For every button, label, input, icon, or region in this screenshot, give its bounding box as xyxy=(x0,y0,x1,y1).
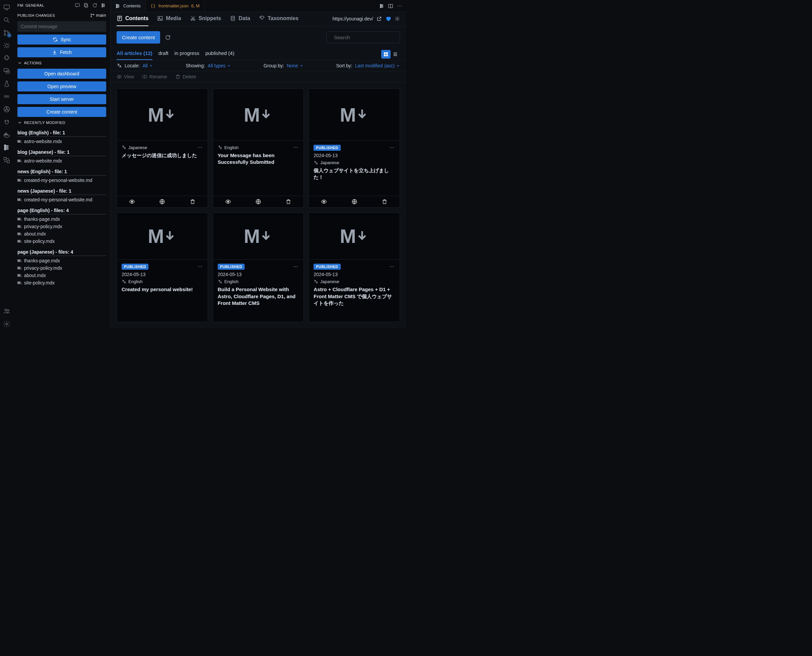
svg-rect-31 xyxy=(118,16,122,21)
fm-tab-icon[interactable] xyxy=(379,3,385,9)
action-delete[interactable]: Delete xyxy=(175,74,196,79)
nav-contents[interactable]: Contents xyxy=(117,15,148,26)
recent-file-item[interactable]: M↓created-my-personal-website.md xyxy=(17,176,106,184)
card-menu-icon[interactable]: ⋯ xyxy=(389,264,395,269)
content-card[interactable]: MPUBLISHED⋯2024-05-13Japanese個人ウェブサイトを立ち… xyxy=(309,88,400,208)
card-menu-icon[interactable]: ⋯ xyxy=(293,145,299,150)
refresh-icon[interactable] xyxy=(165,34,171,40)
nav-taxonomies[interactable]: Taxonomies xyxy=(259,15,299,26)
start-server-button[interactable]: Start server xyxy=(17,94,106,104)
recent-file-item[interactable]: M↓astro-website.mdx xyxy=(17,157,106,164)
site-url[interactable]: https://younagi.dev/ xyxy=(333,16,373,22)
tab-overflow-icon[interactable]: ⋯ xyxy=(397,3,403,9)
published-badge: PUBLISHED xyxy=(314,264,340,270)
live-icon[interactable] xyxy=(3,93,11,101)
sync-button[interactable]: Sync xyxy=(17,34,106,45)
commit-message-input[interactable] xyxy=(17,21,106,32)
nav-data[interactable]: Data xyxy=(230,15,250,26)
copy-icon[interactable] xyxy=(84,3,89,8)
card-globe-icon[interactable] xyxy=(255,199,261,205)
card-view-icon[interactable] xyxy=(225,199,231,205)
content-card[interactable]: MPUBLISHED⋯2024-05-13JapaneseAstro + Clo… xyxy=(309,212,400,322)
card-view-icon[interactable] xyxy=(321,199,327,205)
create-content-button[interactable]: Create content xyxy=(117,31,160,43)
showing-filter[interactable]: Showing: All types xyxy=(186,63,231,68)
card-delete-icon[interactable] xyxy=(382,199,388,205)
markdown-file-icon: M↓ xyxy=(17,178,22,182)
action-view[interactable]: View xyxy=(117,74,134,79)
source-control-icon[interactable]: 7 xyxy=(3,29,11,37)
accounts-icon[interactable] xyxy=(3,307,11,315)
search-input[interactable] xyxy=(334,34,397,40)
published-badge: PUBLISHED xyxy=(218,264,244,270)
extensions-icon[interactable] xyxy=(3,54,11,62)
recent-file-item[interactable]: M↓about.mdx xyxy=(17,272,106,279)
svg-rect-26 xyxy=(84,3,87,6)
debug-icon[interactable] xyxy=(3,42,11,50)
tab-frontmatter-json[interactable]: frontmatter.json 6, M xyxy=(146,0,205,12)
comment-icon[interactable] xyxy=(75,3,80,8)
card-view-icon[interactable] xyxy=(129,199,135,205)
recent-file-item[interactable]: M↓astro-website.mdx xyxy=(17,138,106,145)
remote-icon[interactable] xyxy=(3,67,11,75)
recent-file-item[interactable]: M↓thanks-page.mdx xyxy=(17,257,106,265)
list-view-toggle[interactable] xyxy=(391,50,400,59)
fetch-button[interactable]: Fetch xyxy=(17,47,106,57)
tab-contents[interactable]: Contents xyxy=(111,0,146,12)
filter-published[interactable]: published (4) xyxy=(205,48,235,60)
recent-file-item[interactable]: M↓site-policy.mdx xyxy=(17,238,106,245)
content-card[interactable]: MPUBLISHED⋯2024-05-13EnglishBuild a Pers… xyxy=(213,212,304,322)
search-box[interactable] xyxy=(326,31,400,43)
refresh-small-icon[interactable] xyxy=(92,3,97,8)
sort-filter[interactable]: Sort by: Last modified (asc) xyxy=(336,63,400,68)
heart-icon[interactable] xyxy=(385,16,391,22)
container-icon[interactable] xyxy=(3,156,11,164)
recent-file-item[interactable]: M↓privacy-policy.mdx xyxy=(17,223,106,230)
locale-filter[interactable]: Locale: All xyxy=(117,63,153,68)
card-delete-icon[interactable] xyxy=(285,199,291,205)
group-filter[interactable]: Group by: None xyxy=(264,63,303,68)
nav-snippets[interactable]: Snippets xyxy=(190,15,221,26)
filter-all-articles[interactable]: All articles (12) xyxy=(117,48,152,60)
grid-view-toggle[interactable] xyxy=(381,50,391,59)
recent-file-item[interactable]: M↓site-policy.mdx xyxy=(17,279,106,286)
card-date: 2024-05-13 xyxy=(122,272,203,277)
fm-small-icon[interactable] xyxy=(101,3,106,8)
card-globe-icon[interactable] xyxy=(351,199,357,205)
create-content-button-sidebar[interactable]: Create content xyxy=(17,107,106,117)
recent-file-item[interactable]: M↓about.mdx xyxy=(17,230,106,238)
actions-section[interactable]: ACTIONS xyxy=(13,59,110,67)
content-card[interactable]: MJapanese⋯メッセージの送信に成功しました xyxy=(117,88,208,208)
frontmatter-icon[interactable] xyxy=(3,143,11,152)
open-external-icon[interactable] xyxy=(376,16,382,22)
recent-file-item[interactable]: M↓thanks-page.mdx xyxy=(17,215,106,223)
open-preview-button[interactable]: Open preview xyxy=(17,81,106,91)
card-menu-icon[interactable]: ⋯ xyxy=(293,264,299,269)
testing-icon[interactable] xyxy=(3,80,11,88)
card-menu-icon[interactable]: ⋯ xyxy=(389,145,395,150)
recent-file-item[interactable]: M↓created-my-personal-website.md xyxy=(17,196,106,203)
search-icon[interactable] xyxy=(3,16,11,24)
card-menu-icon[interactable]: ⋯ xyxy=(197,264,203,269)
action-rename[interactable]: Rename xyxy=(142,74,167,79)
remote-explorer-icon[interactable] xyxy=(3,3,11,11)
git-graph-icon[interactable] xyxy=(3,105,11,113)
filter-in-progress[interactable]: in progress xyxy=(175,48,199,60)
open-dashboard-button[interactable]: Open dashboard xyxy=(17,69,106,79)
gear-icon[interactable] xyxy=(394,16,400,22)
card-menu-icon[interactable]: ⋯ xyxy=(197,145,203,150)
content-card[interactable]: MEnglish⋯Your Message has been Successfu… xyxy=(213,88,304,208)
content-card[interactable]: MPUBLISHED⋯2024-05-13EnglishCreated my p… xyxy=(117,212,208,322)
recent-group-title: blog (Japanese) - file: 1 xyxy=(17,148,106,156)
branch-indicator[interactable]: main xyxy=(90,13,106,18)
docker-icon[interactable] xyxy=(3,131,11,139)
filter-draft[interactable]: draft xyxy=(158,48,169,60)
settings-icon[interactable] xyxy=(3,320,11,328)
card-globe-icon[interactable] xyxy=(159,199,165,205)
nav-media[interactable]: Media xyxy=(157,15,181,26)
antenna-icon[interactable] xyxy=(3,118,11,126)
recent-file-item[interactable]: M↓privacy-policy.mdx xyxy=(17,265,106,272)
recently-modified-section[interactable]: RECENTLY MODIFIED xyxy=(13,118,110,127)
card-delete-icon[interactable] xyxy=(190,199,196,205)
split-editor-icon[interactable] xyxy=(388,3,393,9)
